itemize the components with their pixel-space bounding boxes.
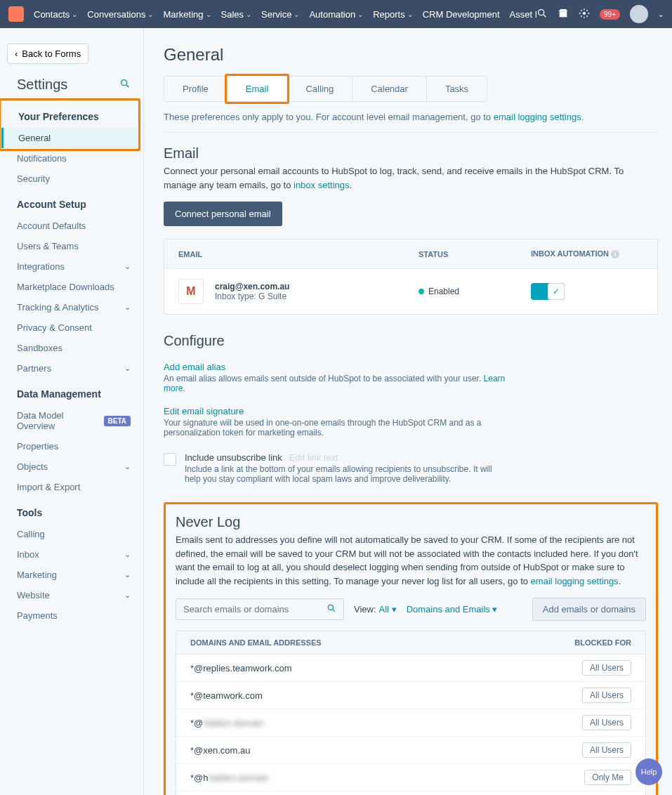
info-icon[interactable]: i <box>611 250 619 258</box>
view-filter: View: All ▾ Domains and Emails ▾ <box>354 604 497 615</box>
add-email-alias-link[interactable]: Add email alias <box>164 362 658 372</box>
inbox-settings-link[interactable]: inbox settings <box>294 180 350 190</box>
page-title: General <box>164 45 658 65</box>
table-row: *@xen.com.auAll Users <box>176 737 645 764</box>
status-dot-icon <box>419 289 424 294</box>
sidebar-item-properties[interactable]: Properties <box>0 436 143 456</box>
sidebar-item-data-model[interactable]: Data Model OverviewBETA <box>0 405 143 436</box>
sidebar-item-tracking[interactable]: Tracking & Analytics⌄ <box>0 297 143 317</box>
account-caret-icon[interactable]: ⌄ <box>658 11 664 18</box>
chevron-down-icon: ⌄ <box>124 303 131 312</box>
sidebar-item-users-teams[interactable]: Users & Teams <box>0 236 143 256</box>
nav-asset[interactable]: Asset Marketplace <box>510 9 537 20</box>
sidebar-item-account-defaults[interactable]: Account Defaults <box>0 216 143 236</box>
search-icon[interactable] <box>327 603 336 615</box>
sidebar-item-website[interactable]: Website⌄ <box>0 585 143 605</box>
sidebar-item-payments[interactable]: Payments <box>0 605 143 626</box>
never-log-search[interactable] <box>176 598 344 620</box>
nav-crm-dev[interactable]: CRM Development <box>423 9 500 20</box>
table-row: *@hhidden-domainOnly Me <box>176 764 645 791</box>
never-log-heading: Never Log <box>176 514 646 530</box>
sidebar-item-privacy[interactable]: Privacy & Consent <box>0 317 143 338</box>
nav-contacts[interactable]: Contacts <box>34 9 77 20</box>
sidebar-item-partners[interactable]: Partners⌄ <box>0 358 143 379</box>
back-to-forms-button[interactable]: ‹Back to Forms <box>7 44 88 64</box>
table-row: *@hidden-domainOnly MeMy wife's email <box>176 791 645 795</box>
sidebar-item-marketing[interactable]: Marketing⌄ <box>0 565 143 585</box>
nav-reports[interactable]: Reports <box>373 9 413 20</box>
unsubscribe-checkbox[interactable] <box>164 453 176 466</box>
svg-point-3 <box>583 12 586 15</box>
tab-calling[interactable]: Calling <box>287 77 353 101</box>
gmail-icon: M <box>178 279 204 304</box>
view-domains-dropdown[interactable]: Domains and Emails ▾ <box>407 604 498 615</box>
blocked-for-pill[interactable]: All Users <box>582 688 631 703</box>
help-button[interactable]: Help <box>635 758 662 785</box>
section-tools: Tools <box>0 497 143 524</box>
blocked-for-pill[interactable]: All Users <box>582 660 631 676</box>
sidebar-item-notifications[interactable]: Notifications <box>0 148 143 169</box>
main-menu: Contacts Conversations Marketing Sales S… <box>34 9 536 20</box>
configure-heading: Configure <box>164 333 658 349</box>
svg-point-4 <box>121 80 127 86</box>
edit-signature-link[interactable]: Edit email signature <box>164 406 658 416</box>
section-account-setup: Account Setup <box>0 189 143 216</box>
unsubscribe-desc: Include a link at the bottom of your ema… <box>185 464 508 484</box>
tab-bar: Profile Email Calling Calendar Tasks <box>164 76 487 102</box>
tab-calendar[interactable]: Calendar <box>353 77 427 101</box>
unsubscribe-row: Include unsubscribe link Edit link text … <box>164 452 658 484</box>
svg-point-6 <box>328 605 333 610</box>
domain-address: *@replies.teamwork.com <box>190 663 547 674</box>
tab-email[interactable]: Email <box>228 77 288 101</box>
notification-badge[interactable]: 99+ <box>600 9 620 20</box>
nav-service[interactable]: Service <box>261 9 299 20</box>
main-content: General Profile Email Calling Calendar T… <box>144 28 672 795</box>
section-data-management: Data Management <box>0 379 143 405</box>
hubspot-logo-icon[interactable] <box>8 6 24 22</box>
never-log-settings-link[interactable]: email logging settings <box>531 576 619 586</box>
sidebar-item-import-export[interactable]: Import & Export <box>0 477 143 497</box>
sidebar-item-marketplace-downloads[interactable]: Marketplace Downloads <box>0 277 143 297</box>
inbox-automation-toggle[interactable]: ✓ <box>531 283 565 300</box>
gear-icon[interactable] <box>579 8 590 21</box>
sidebar-item-security[interactable]: Security <box>0 169 143 189</box>
preferences-note: These preferences only apply to you. For… <box>164 112 658 133</box>
sidebar-item-inbox[interactable]: Inbox⌄ <box>0 544 143 565</box>
blocked-for-pill[interactable]: Only Me <box>584 770 631 785</box>
settings-search-icon[interactable] <box>119 78 131 91</box>
chevron-down-icon: ⌄ <box>124 364 131 373</box>
table-row: *@hidden-domainAll Users <box>176 709 645 737</box>
tab-profile[interactable]: Profile <box>164 77 228 101</box>
connect-personal-email-button[interactable]: Connect personal email <box>164 202 282 226</box>
nav-conversations[interactable]: Conversations <box>87 9 153 20</box>
marketplace-icon[interactable] <box>558 8 569 21</box>
sidebar-item-integrations[interactable]: Integrations⌄ <box>0 256 143 277</box>
svg-point-0 <box>539 9 544 15</box>
email-desc: Connect your personal email accounts to … <box>164 164 641 192</box>
sidebar-item-calling[interactable]: Calling <box>0 524 143 544</box>
sidebar-item-sandboxes[interactable]: Sandboxes <box>0 338 143 358</box>
top-nav: Contacts Conversations Marketing Sales S… <box>0 0 672 28</box>
view-all-dropdown[interactable]: All ▾ <box>379 604 397 615</box>
toggle-knob: ✓ <box>548 283 565 300</box>
email-logging-link[interactable]: email logging settings <box>494 112 581 122</box>
add-emails-button[interactable]: Add emails or domains <box>532 598 646 621</box>
edit-link-text-disabled: Edit link text <box>289 452 338 463</box>
nav-marketing[interactable]: Marketing <box>163 9 211 20</box>
blocked-for-pill[interactable]: All Users <box>582 742 631 758</box>
back-label: Back to Forms <box>22 48 81 59</box>
never-log-table: DOMAINS AND EMAIL ADDRESSES BLOCKED FOR … <box>176 631 646 795</box>
blocked-for-pill[interactable]: All Users <box>582 715 631 730</box>
nav-sales[interactable]: Sales <box>221 9 252 20</box>
domain-address: *@hhidden-domain <box>190 773 547 783</box>
search-icon[interactable] <box>536 8 548 21</box>
tab-tasks[interactable]: Tasks <box>427 77 487 101</box>
search-input[interactable] <box>183 604 310 615</box>
avatar[interactable] <box>630 5 648 23</box>
nav-automation[interactable]: Automation <box>309 9 363 20</box>
sidebar-item-objects[interactable]: Objects⌄ <box>0 456 143 477</box>
svg-line-1 <box>543 15 546 17</box>
sidebar-item-general[interactable]: General <box>1 128 138 148</box>
table-row: *@teamwork.comAll Users <box>176 682 645 709</box>
settings-title: Settings <box>17 77 67 93</box>
